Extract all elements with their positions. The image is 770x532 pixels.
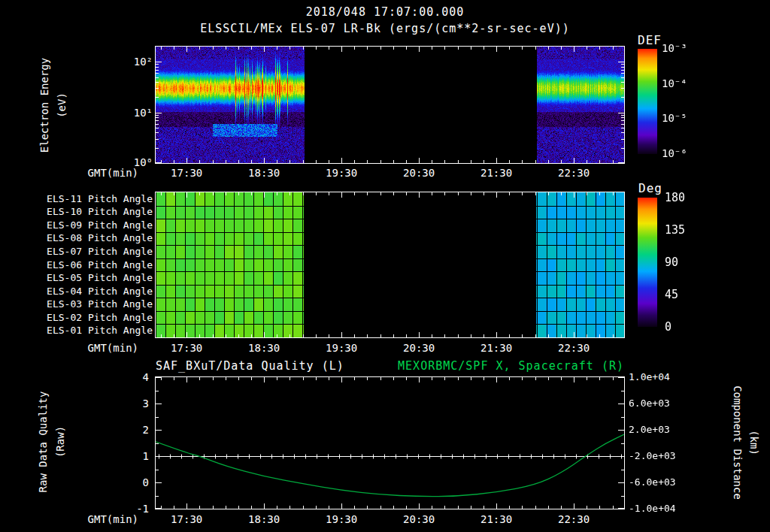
- x-minor-tick: [380, 506, 381, 509]
- line-plot-canvas: [156, 377, 624, 509]
- x-minor-tick: [509, 160, 510, 163]
- quality-y-tick-label: 0: [0, 476, 149, 488]
- x-minor-tick: [380, 160, 381, 163]
- x-minor-tick: [561, 192, 562, 195]
- bottom-panel-right-title: MEXORBMC/SPF X, Spacecraft (R): [156, 359, 624, 373]
- x-minor-tick: [367, 47, 368, 50]
- x-minor-tick: [161, 192, 162, 195]
- x-minor-tick: [599, 47, 600, 50]
- def-colorbar-tick-label: 10⁻⁶: [662, 147, 687, 159]
- quality-y-tick-label: 1: [0, 450, 149, 462]
- spectrogram-y-tick-label: 10⁰: [0, 156, 153, 168]
- x-tick-label: 20:30: [396, 513, 441, 525]
- x-major-tick: [574, 47, 574, 52]
- x-major-tick: [264, 47, 265, 52]
- x-minor-tick: [393, 192, 394, 195]
- pitch-row-label: ELS-11 Pitch Angle: [0, 193, 153, 204]
- x-minor-tick: [367, 160, 368, 163]
- x-minor-tick: [303, 47, 304, 50]
- pitch-angle-canvas: [156, 192, 624, 337]
- x-major-tick: [419, 47, 420, 52]
- x-minor-tick: [380, 47, 381, 50]
- line-plot-frame: [155, 376, 625, 509]
- x-tick-label: 17:30: [164, 167, 209, 179]
- x-minor-tick: [199, 192, 200, 195]
- x-minor-tick: [471, 377, 471, 380]
- y-minor-tick: [156, 470, 159, 470]
- x-tick-label: 18:30: [241, 167, 286, 179]
- spectrogram-y-tick-label: 10¹: [0, 107, 153, 119]
- x-minor-tick: [522, 506, 523, 509]
- x-minor-tick: [174, 47, 174, 50]
- x-minor-tick: [535, 160, 536, 163]
- x-minor-tick: [458, 334, 459, 337]
- x-major-tick: [574, 377, 574, 382]
- x-minor-tick: [303, 377, 304, 380]
- x-major-tick: [341, 192, 342, 198]
- distance-y-tick-label: 6.0e+03: [629, 397, 670, 409]
- x-major-tick: [186, 47, 187, 52]
- y-minor-tick: [156, 139, 159, 140]
- y-minor-tick: [156, 117, 159, 118]
- x-tick-label: 18:30: [241, 513, 286, 525]
- x-minor-tick: [367, 506, 368, 509]
- x-minor-tick: [199, 160, 200, 163]
- x-minor-tick: [303, 334, 304, 337]
- x-major-tick: [186, 158, 187, 163]
- x-minor-tick: [599, 160, 600, 163]
- x-minor-tick: [238, 160, 239, 163]
- x-minor-tick: [587, 192, 587, 195]
- x-minor-tick: [548, 47, 549, 50]
- x-minor-tick: [471, 334, 471, 337]
- y-minor-tick: [621, 120, 624, 121]
- y-major-tick: [618, 113, 624, 113]
- pitch-angle-x-axis: GMT(min) 17:3018:3019:3020:3021:3022:30: [0, 342, 770, 354]
- y-minor-tick: [621, 115, 624, 116]
- x-minor-tick: [367, 377, 368, 380]
- x-minor-tick: [303, 506, 304, 509]
- x-major-tick: [496, 47, 497, 52]
- x-minor-tick: [354, 160, 355, 163]
- x-major-tick: [264, 332, 265, 337]
- x-minor-tick: [174, 192, 174, 195]
- x-minor-tick: [509, 47, 510, 50]
- x-minor-tick: [238, 192, 239, 195]
- x-minor-tick: [226, 334, 226, 337]
- pitch-row-label: ELS-06 Pitch Angle: [0, 259, 153, 271]
- x-tick-label: 22:30: [551, 167, 596, 179]
- x-minor-tick: [329, 160, 329, 163]
- spectrogram-y-tick-label: 10²: [0, 56, 153, 68]
- x-tick-label: 21:30: [474, 513, 519, 525]
- x-minor-tick: [432, 506, 432, 509]
- x-minor-tick: [303, 160, 304, 163]
- y-minor-tick: [621, 82, 624, 83]
- x-minor-tick: [535, 192, 536, 195]
- pitch-row-label: ELS-02 Pitch Angle: [0, 312, 153, 323]
- x-minor-tick: [522, 377, 523, 380]
- pitch-row-label: ELS-08 Pitch Angle: [0, 232, 153, 243]
- y-major-tick: [618, 508, 624, 509]
- x-minor-tick: [174, 377, 174, 380]
- x-minor-tick: [535, 334, 536, 337]
- y-minor-tick: [621, 67, 624, 68]
- y-minor-tick: [156, 88, 159, 89]
- x-minor-tick: [471, 47, 471, 50]
- x-major-tick: [341, 332, 342, 337]
- spectrogram-x-axis: GMT(min) 17:3018:3019:3020:3021:3022:30: [0, 167, 770, 179]
- y-major-tick: [156, 456, 162, 457]
- x-minor-tick: [277, 160, 277, 163]
- x-tick-label: 22:30: [551, 342, 596, 354]
- y-minor-tick: [621, 73, 624, 74]
- y-major-tick: [156, 113, 162, 113]
- x-minor-tick: [354, 334, 355, 337]
- x-minor-tick: [380, 192, 381, 195]
- x-minor-tick: [561, 334, 562, 337]
- x-tick-label: 22:30: [551, 513, 596, 525]
- x-minor-tick: [277, 47, 277, 50]
- x-minor-tick: [213, 192, 214, 195]
- x-minor-tick: [393, 160, 394, 163]
- y-major-tick: [156, 377, 162, 378]
- x-minor-tick: [587, 377, 587, 380]
- x-major-tick: [419, 158, 420, 163]
- y-major-tick: [156, 482, 162, 483]
